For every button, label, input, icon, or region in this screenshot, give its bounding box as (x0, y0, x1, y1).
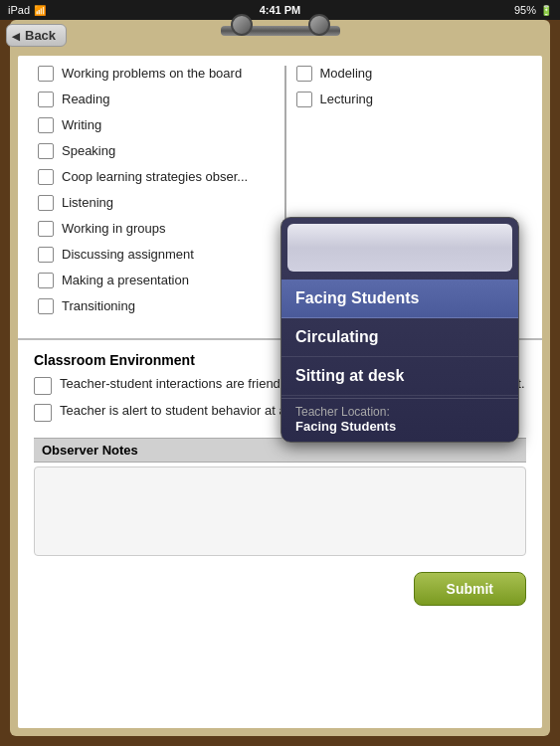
label-writing: Writing (62, 117, 101, 133)
back-button[interactable]: Back (6, 24, 67, 47)
dropdown-option-facing-students[interactable]: Facing Students (281, 280, 518, 318)
status-left: iPad 📶 (8, 4, 46, 16)
device-label: iPad (8, 4, 30, 16)
clip-ring-right (308, 14, 330, 36)
checkbox-working-in-groups[interactable] (38, 221, 54, 237)
left-col-item-writing[interactable]: Writing (38, 117, 275, 133)
dropdown-option-sitting-at-desk[interactable]: Sitting at desk (281, 357, 518, 396)
left-column: Working problems on the board Reading Wr… (38, 66, 286, 324)
label-reading: Reading (62, 92, 109, 107)
left-col-item-listening[interactable]: Listening (38, 195, 275, 211)
left-col-item-working-in-groups[interactable]: Working in groups (38, 221, 275, 237)
label-modeling: Modeling (320, 66, 373, 82)
checkbox-transitioning[interactable] (38, 298, 54, 314)
checkbox-making-presentation[interactable] (38, 273, 54, 288)
right-col-item-lecturing[interactable]: Lecturing (296, 92, 533, 107)
checkbox-working-problems[interactable] (38, 66, 54, 82)
label-lecturing: Lecturing (320, 92, 373, 107)
label-working-in-groups: Working in groups (62, 221, 166, 237)
observer-notes-section: Observer Notes (18, 438, 542, 566)
clip-ring-left (231, 14, 253, 36)
dropdown-items: Facing StudentsCirculatingSitting at des… (281, 278, 518, 398)
checkbox-discussing-assignment[interactable] (38, 247, 54, 263)
dropdown-scroll-area (287, 224, 512, 272)
right-col-item-modeling[interactable]: Modeling (296, 66, 533, 82)
clipboard-clip (221, 14, 340, 46)
label-transitioning: Transitioning (62, 298, 135, 314)
checkbox-listening[interactable] (38, 195, 54, 211)
battery-label: 95% (514, 4, 536, 16)
teacher-location-value: Facing Students (295, 419, 504, 434)
wifi-icon: 📶 (34, 5, 46, 16)
submit-button[interactable]: Submit (414, 572, 526, 606)
clip-rings (231, 14, 330, 36)
observer-notes-box[interactable] (34, 466, 526, 556)
env-checkbox-env-item-2[interactable] (34, 404, 52, 422)
checkbox-modeling[interactable] (296, 66, 312, 82)
dropdown-option-circulating[interactable]: Circulating (281, 318, 518, 357)
left-col-item-making-presentation[interactable]: Making a presentation (38, 273, 275, 288)
checkbox-writing[interactable] (38, 117, 54, 133)
env-checkbox-env-item-1[interactable] (34, 377, 52, 395)
status-right: 95% 🔋 (514, 4, 552, 16)
left-col-item-reading[interactable]: Reading (38, 92, 275, 107)
label-making-presentation: Making a presentation (62, 273, 189, 288)
dropdown-overlay[interactable]: Facing StudentsCirculatingSitting at des… (280, 217, 519, 443)
checkbox-coop-learning[interactable] (38, 169, 54, 185)
label-working-problems: Working problems on the board (62, 66, 242, 82)
left-col-item-discussing-assignment[interactable]: Discussing assignment (38, 247, 275, 263)
teacher-location-section: Teacher Location: Facing Students (281, 398, 518, 442)
teacher-location-label: Teacher Location: (295, 405, 504, 419)
clipboard: Working problems on the board Reading Wr… (10, 20, 550, 736)
label-listening: Listening (62, 195, 113, 211)
left-col-item-transitioning[interactable]: Transitioning (38, 298, 275, 314)
left-col-item-working-problems[interactable]: Working problems on the board (38, 66, 275, 82)
label-speaking: Speaking (62, 143, 115, 159)
checkbox-lecturing[interactable] (296, 92, 312, 107)
checkbox-reading[interactable] (38, 92, 54, 107)
submit-container: Submit (18, 566, 542, 616)
label-discussing-assignment: Discussing assignment (62, 247, 194, 263)
label-coop-learning: Coop learning strategies obser... (62, 169, 248, 185)
left-col-item-speaking[interactable]: Speaking (38, 143, 275, 159)
battery-icon: 🔋 (540, 5, 552, 16)
left-col-item-coop-learning[interactable]: Coop learning strategies obser... (38, 169, 275, 185)
checkbox-speaking[interactable] (38, 143, 54, 159)
